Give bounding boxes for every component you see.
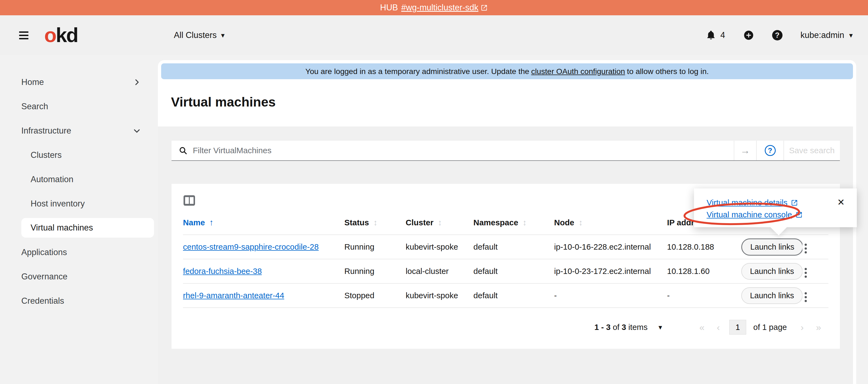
table-body: centos-stream9-sapphire-crocodile-28Runn… <box>183 235 828 308</box>
plus-circle-icon <box>743 30 754 41</box>
vm-cluster: kubevirt-spoke <box>406 284 473 308</box>
sidebar-item-host-inventory[interactable]: Host inventory <box>0 191 158 216</box>
sidebar-item-virtual-machines[interactable]: Virtual machines <box>21 218 154 237</box>
table-row: rhel-9-amaranth-anteater-44Stoppedkubevi… <box>183 284 828 308</box>
vm-namespace: default <box>473 235 554 259</box>
kebab-menu-icon[interactable] <box>802 242 809 256</box>
hub-channel-link[interactable]: #wg-multicluster-sdk <box>401 3 488 12</box>
sidebar-item-clusters[interactable]: Clusters <box>0 143 158 167</box>
run-search-button[interactable]: → <box>734 141 756 160</box>
page-count-label: of 1 page <box>753 323 787 332</box>
username: kube:admin <box>801 30 844 40</box>
kebab-menu-icon[interactable] <box>802 290 809 304</box>
sidebar-nav-list: HomeSearchInfrastructureClustersAutomati… <box>0 70 158 313</box>
sort-icon: ↕ <box>373 218 377 227</box>
help-menu-button[interactable]: ? <box>772 30 782 40</box>
cluster-selector-dropdown[interactable]: All Clusters ▾ <box>174 30 225 40</box>
sidebar-item-infrastructure[interactable]: Infrastructure <box>0 119 158 143</box>
sidebar-item-label: Search <box>21 102 48 111</box>
chevron-down-icon: ▾ <box>849 31 853 40</box>
sidebar-item-label: Governance <box>21 272 67 282</box>
first-page-button[interactable]: « <box>694 322 710 333</box>
vm-status: Running <box>344 235 406 259</box>
vm-name-link[interactable]: rhel-9-amaranth-anteater-44 <box>183 291 284 300</box>
hub-banner-label: HUB <box>380 3 398 12</box>
page-header: Virtual machines <box>158 79 856 126</box>
external-link-icon <box>791 199 798 206</box>
column-header-cluster[interactable]: Cluster↕ <box>406 218 473 235</box>
popover-link-row: Virtual machine details <box>707 197 857 209</box>
arrow-right-icon: → <box>740 145 750 156</box>
close-icon[interactable]: ✕ <box>837 198 845 207</box>
hamburger-menu-icon[interactable] <box>19 31 30 39</box>
sidebar-item-label: Clusters <box>31 150 62 160</box>
filter-toolbar: → ? Save search <box>172 141 840 161</box>
vm-ip-address: 10.128.1.60 <box>667 259 741 284</box>
vm-cluster: local-cluster <box>406 259 473 284</box>
popover-link-row: Virtual machine console <box>707 209 857 221</box>
column-header-name[interactable]: Name↑ <box>183 218 344 235</box>
sidebar-item-home[interactable]: Home <box>0 70 158 94</box>
manage-columns-button[interactable] <box>183 195 195 206</box>
filter-input[interactable] <box>193 146 734 155</box>
vm-status: Stopped <box>344 284 406 308</box>
columns-icon <box>183 195 195 206</box>
vm-table: Name↑Status↕Cluster↕Namespace↕Node↕IP ad… <box>183 218 828 308</box>
table-row: fedora-fuchsia-bee-38Runninglocal-cluste… <box>183 259 828 284</box>
table-row: centos-stream9-sapphire-crocodile-28Runn… <box>183 235 828 259</box>
save-search-button[interactable]: Save search <box>784 141 840 160</box>
items-per-page-dropdown[interactable]: 1 - 3 of 3 items ▾ <box>594 323 662 332</box>
previous-page-button[interactable]: ‹ <box>710 322 726 333</box>
sidebar-item-credentials[interactable]: Credentials <box>0 289 158 313</box>
okd-logo: okd <box>44 25 78 45</box>
vm-ip-address: 10.128.0.188 <box>667 235 741 259</box>
vm-name-link[interactable]: fedora-fuchsia-bee-38 <box>183 266 262 276</box>
page-title: Virtual machines <box>171 95 843 109</box>
page-body: → ? Save search <box>158 126 853 384</box>
user-menu-dropdown[interactable]: kube:admin ▾ <box>801 30 853 40</box>
add-resource-button[interactable] <box>743 30 754 41</box>
sidebar-item-label: Home <box>21 77 44 87</box>
search-icon <box>179 146 187 155</box>
oauth-config-link[interactable]: cluster OAuth configuration <box>531 67 625 76</box>
kebab-menu-icon[interactable] <box>802 266 809 280</box>
sidebar-item-governance[interactable]: Governance <box>0 264 158 289</box>
vm-namespace: default <box>473 284 554 308</box>
sidebar-item-label: Applications <box>21 248 67 257</box>
question-circle-outline-icon: ? <box>765 145 776 156</box>
launch-links-button[interactable]: Launch links <box>741 238 802 256</box>
vm-status: Running <box>344 259 406 284</box>
last-page-button[interactable]: » <box>810 322 827 333</box>
masthead: okd All Clusters ▾ 4 ? kube:admin ▾ <box>0 15 868 55</box>
sort-ascending-icon: ↑ <box>209 218 214 227</box>
search-help-button[interactable]: ? <box>756 141 784 160</box>
chevron-down-icon: ▾ <box>221 31 224 40</box>
chevron-down-icon <box>133 127 141 135</box>
launch-links-button[interactable]: Launch links <box>741 263 802 280</box>
sidebar-item-label: Credentials <box>21 296 64 306</box>
bell-icon <box>706 30 716 40</box>
vm-node: - <box>554 284 667 308</box>
launch-links-popover: Virtual machine details Virtual machine … <box>694 188 857 227</box>
vm-console-link[interactable]: Virtual machine console <box>707 210 803 219</box>
sidebar-item-applications[interactable]: Applications <box>0 240 158 264</box>
hub-banner: HUB #wg-multicluster-sdk <box>0 0 868 15</box>
vm-name-link[interactable]: centos-stream9-sapphire-crocodile-28 <box>183 242 319 251</box>
sidebar-item-label: Virtual machines <box>31 223 93 233</box>
login-info-banner: You are logged in as a temporary adminis… <box>161 63 853 79</box>
vm-details-link[interactable]: Virtual machine details <box>707 198 798 207</box>
pagination-bar: 1 - 3 of 3 items ▾ « ‹ of 1 page › <box>183 308 828 349</box>
column-header-namespace[interactable]: Namespace↕ <box>473 218 554 235</box>
sidebar-item-automation[interactable]: Automation <box>0 167 158 191</box>
vm-cluster: kubevirt-spoke <box>406 235 473 259</box>
notification-count: 4 <box>720 30 725 40</box>
column-header-node[interactable]: Node↕ <box>554 218 667 235</box>
sidebar-item-label: Infrastructure <box>21 126 71 136</box>
launch-links-button[interactable]: Launch links <box>741 287 802 304</box>
search-box <box>172 141 734 160</box>
sidebar-item-search[interactable]: Search <box>0 94 158 119</box>
column-header-status[interactable]: Status↕ <box>344 218 406 235</box>
notifications-button[interactable]: 4 <box>706 30 725 40</box>
next-page-button[interactable]: › <box>794 322 810 333</box>
current-page-input[interactable] <box>729 320 746 334</box>
